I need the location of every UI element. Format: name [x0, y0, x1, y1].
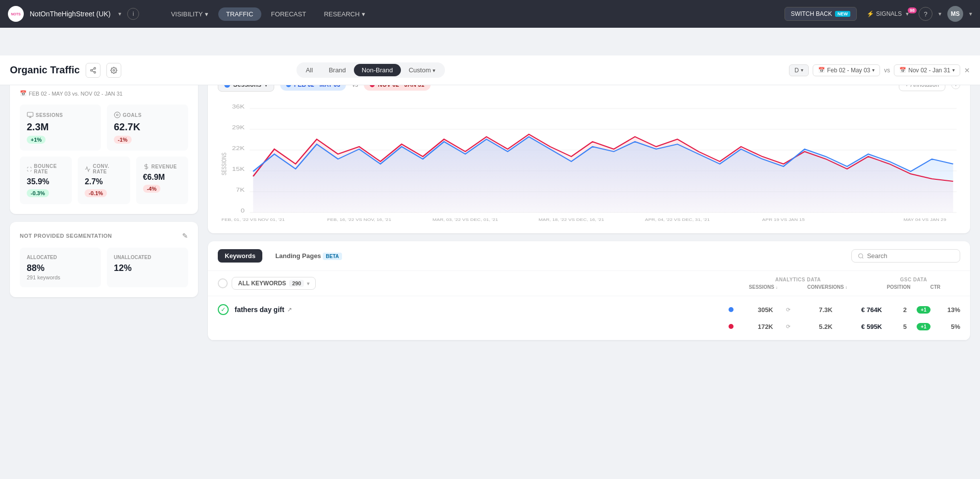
date-range-2[interactable]: 📅 Nov 02 - Jan 31 ▾ [894, 64, 960, 76]
svg-point-5 [113, 69, 115, 71]
select-all-radio[interactable] [218, 278, 228, 288]
bounce-rate-value: 35.9% [27, 177, 65, 186]
all-keywords-button[interactable]: ALL KEYWORDS 290 ▾ [232, 277, 316, 290]
svg-text:APR, 04, '22 VS DEC, 31, '21: APR, 04, '22 VS DEC, 31, '21 [645, 218, 710, 222]
keywords-filter: ALL KEYWORDS 290 ▾ ANALYTICS DATA SESSIO… [208, 271, 970, 296]
user-chevron-icon[interactable]: ▾ [969, 10, 972, 17]
keyword-name: fathers day gift [235, 306, 284, 314]
sub-header: Organic Traffic All Brand Non-Brand Cust… [0, 55, 980, 85]
conversions-col-header: CONVERSIONS ↕ [807, 284, 847, 290]
svg-text:APR 19 VS JAN 15: APR 19 VS JAN 15 [762, 218, 805, 222]
np-unallocated: UNALLOCATED 12% [107, 248, 188, 287]
date-controls: D ▾ 📅 Feb 02 - May 03 ▾ vs 📅 Nov 02 - Ja… [789, 64, 970, 76]
share-icon[interactable] [86, 63, 100, 78]
svg-point-9 [114, 112, 120, 118]
svg-text:0: 0 [241, 208, 245, 213]
row2-sessions: 172K [743, 323, 773, 330]
sessions-col-header: SESSIONS ↓ [749, 284, 778, 290]
main-content: NON-BRAND SEGMENT 82% − 📅 FEB 02 - MAY 0… [0, 57, 980, 350]
svg-line-4 [92, 68, 94, 69]
date-range-1[interactable]: 📅 Feb 02 - May 03 ▾ [813, 64, 880, 76]
keyword-count: 290 [289, 280, 304, 287]
svg-text:MAR, 03, '22 VS DEC, 01, '21: MAR, 03, '22 VS DEC, 01, '21 [433, 218, 498, 222]
metric-conv-rate: CONV. RATE 2.7% -0.1% [78, 157, 130, 204]
keyword-link-icon[interactable]: ↗ [287, 306, 292, 313]
segment-brand[interactable]: Brand [321, 64, 354, 76]
svg-text:7K: 7K [236, 187, 245, 193]
sessions-value: 2.3M [27, 121, 94, 133]
nav-tab-visibility[interactable]: VISIBILITY ▾ [163, 7, 216, 21]
page-title: Organic Traffic [10, 64, 80, 76]
brand-name: NotOnTheHighStreet (UK) [30, 10, 110, 18]
row2-revenue: € 595K [842, 323, 882, 330]
table-row: ✓ fathers day gift ↗ 305K [208, 296, 970, 340]
analytics-data-label: ANALYTICS DATA [775, 277, 821, 282]
np-edit-icon[interactable]: ✎ [182, 232, 188, 240]
beta-badge: BETA [323, 253, 342, 260]
svg-point-1 [91, 69, 93, 71]
conv-rate-change: -0.1% [85, 189, 107, 197]
revenue-value: €6.9M [143, 173, 181, 182]
vs-label: vs [884, 67, 890, 74]
metric-bounce-rate: BOUNCE RATE 35.9% -0.3% [20, 157, 72, 204]
keywords-header: Keywords Landing Pages BETA [208, 241, 970, 271]
np-allocated: ALLOCATED 88% 291 keywords [20, 248, 101, 287]
segment-all[interactable]: All [298, 64, 321, 76]
row1-dot [729, 307, 734, 312]
granularity-button[interactable]: D ▾ [789, 64, 809, 76]
svg-text:SESSIONS: SESSIONS [221, 153, 228, 175]
np-allocated-label: ALLOCATED [27, 255, 94, 260]
not-provided-card: NOT PROVIDED SEGMENTATION ✎ ALLOCATED 88… [10, 222, 198, 297]
position-col-header: POSITION [887, 284, 911, 290]
metric-goals: GOALS 62.7K -1% [107, 105, 188, 151]
svg-point-32 [859, 254, 863, 258]
user-avatar[interactable]: MS [947, 6, 963, 22]
sessions-label: SESSIONS [27, 111, 94, 118]
row1-conversions: 7.3K [803, 306, 833, 314]
row2-ctr: 5% [940, 323, 960, 330]
sessions-chart: 36K 29K 22K 15K 7K 0 SESSIONS [218, 100, 960, 223]
svg-text:22K: 22K [232, 146, 245, 151]
row2-dot [729, 324, 734, 329]
search-box[interactable] [851, 249, 960, 263]
row1-sessions: 305K [743, 306, 773, 314]
nav-tab-forecast[interactable]: FORECAST [263, 7, 314, 21]
np-title: NOT PROVIDED SEGMENTATION [20, 233, 112, 239]
help-button[interactable]: ? [919, 7, 932, 21]
metric-revenue: REVENUE €6.9M -4% [136, 157, 188, 204]
search-icon [858, 253, 864, 260]
goals-label: GOALS [114, 111, 181, 118]
row1-position: 2 [892, 306, 907, 314]
keywords-tab[interactable]: Keywords [218, 249, 262, 263]
svg-text:29K: 29K [232, 125, 245, 130]
brand-chevron-icon[interactable]: ▾ [118, 10, 121, 17]
segment-toggle: All Brand Non-Brand Custom ▾ [296, 62, 445, 78]
keywords-card: Keywords Landing Pages BETA ALL KEYWORDS [208, 241, 970, 340]
svg-text:FEB, 16, '22 VS NOV, 16, '21: FEB, 16, '22 VS NOV, 16, '21 [327, 218, 392, 222]
segment-custom[interactable]: Custom ▾ [401, 64, 443, 76]
landing-pages-tab[interactable]: Landing Pages BETA [268, 249, 349, 263]
row1-revenue: € 764K [842, 306, 882, 314]
close-comparison-button[interactable]: ✕ [964, 66, 970, 74]
gsc-data-label: GSC DATA [900, 277, 927, 282]
nav-tab-traffic[interactable]: TRAFFIC [218, 7, 261, 21]
conv-rate-value: 2.7% [85, 177, 123, 186]
settings-icon[interactable] [106, 63, 121, 78]
info-icon[interactable]: i [127, 8, 139, 20]
kw-check-icon[interactable]: ✓ [218, 304, 229, 315]
segment-non-brand[interactable]: Non-Brand [354, 64, 401, 76]
search-input[interactable] [867, 252, 954, 260]
ctr-col-header: CTR [930, 284, 940, 290]
nav-tab-research[interactable]: RESEARCH ▾ [316, 7, 373, 21]
revenue-label: REVENUE [143, 163, 181, 170]
help-chevron-icon[interactable]: ▾ [938, 10, 941, 17]
bounce-rate-change: -0.3% [27, 189, 49, 197]
goals-value: 62.7K [114, 121, 181, 133]
svg-line-3 [92, 70, 94, 71]
signals-button[interactable]: ⚡ SIGNALS 98 ▾ [863, 10, 913, 17]
top-navigation: NOTS NotOnTheHighStreet (UK) ▾ i VISIBIL… [0, 0, 980, 28]
signals-count-badge: 98 [908, 7, 917, 13]
svg-text:MAY 04 VS JAN 29: MAY 04 VS JAN 29 [903, 218, 946, 222]
switch-back-button[interactable]: SWITCH BACK NEW [784, 7, 857, 21]
row2-change: +1 [917, 323, 931, 330]
